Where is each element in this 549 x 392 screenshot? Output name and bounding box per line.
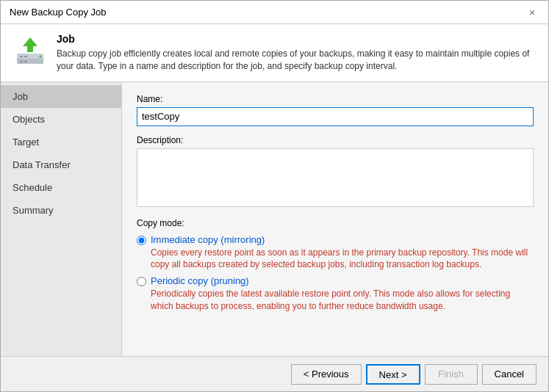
periodic-copy-label[interactable]: Periodic copy (pruning) (151, 275, 249, 286)
main-panel: Name: Description: Copy mode: Immediate … (122, 82, 548, 356)
sidebar-item-summary[interactable]: Summary (1, 199, 121, 222)
immediate-copy-content: Immediate copy (mirroring) Copies every … (151, 234, 534, 272)
title-bar: New Backup Copy Job × (1, 1, 548, 24)
name-input[interactable] (137, 107, 534, 126)
periodic-copy-desc: Periodically copies the latest available… (151, 288, 534, 313)
header-text: Job Backup copy job efficiently creates … (57, 33, 537, 73)
periodic-copy-option: Periodic copy (pruning) Periodically cop… (137, 275, 534, 313)
svg-rect-6 (20, 61, 23, 62)
svg-marker-8 (23, 37, 37, 52)
immediate-copy-option: Immediate copy (mirroring) Copies every … (137, 234, 534, 272)
description-input[interactable] (137, 148, 534, 207)
close-button[interactable]: × (525, 5, 539, 20)
sidebar-item-target[interactable]: Target (1, 131, 121, 153)
name-field-group: Name: (137, 94, 534, 126)
svg-rect-7 (24, 61, 27, 62)
footer: < Previous Next > Finish Cancel (1, 356, 548, 391)
svg-rect-2 (20, 56, 23, 57)
cancel-button[interactable]: Cancel (482, 364, 537, 385)
description-field-group: Description: (137, 135, 534, 209)
immediate-copy-radio[interactable] (137, 236, 146, 245)
sidebar-item-objects[interactable]: Objects (1, 108, 121, 131)
svg-rect-3 (24, 56, 27, 57)
sidebar: Job Objects Target Data Transfer Schedul… (1, 82, 122, 356)
previous-button[interactable]: < Previous (291, 364, 362, 385)
immediate-copy-label[interactable]: Immediate copy (mirroring) (151, 234, 265, 245)
dialog-title: New Backup Copy Job (10, 7, 107, 18)
copy-mode-label: Copy mode: (137, 218, 534, 228)
next-button[interactable]: Next > (366, 364, 420, 385)
header-area: Job Backup copy job efficiently creates … (1, 24, 548, 82)
finish-button[interactable]: Finish (425, 364, 478, 385)
header-title: Job (57, 33, 537, 45)
header-description: Backup copy job efficiently creates loca… (57, 48, 537, 73)
sidebar-item-data-transfer[interactable]: Data Transfer (1, 153, 121, 176)
svg-point-4 (40, 56, 42, 58)
description-label: Description: (137, 135, 534, 145)
dialog: New Backup Copy Job × Job Backup copy jo… (0, 0, 549, 392)
immediate-copy-desc: Copies every restore point as soon as it… (151, 247, 534, 272)
content-area: Job Objects Target Data Transfer Schedul… (1, 82, 548, 356)
sidebar-item-job[interactable]: Job (1, 85, 121, 108)
name-label: Name: (137, 94, 534, 104)
periodic-copy-content: Periodic copy (pruning) Periodically cop… (151, 275, 534, 313)
copy-mode-group: Copy mode: Immediate copy (mirroring) Co… (137, 218, 534, 313)
job-icon (12, 33, 48, 68)
periodic-copy-radio[interactable] (137, 277, 146, 286)
sidebar-item-schedule[interactable]: Schedule (1, 176, 121, 199)
